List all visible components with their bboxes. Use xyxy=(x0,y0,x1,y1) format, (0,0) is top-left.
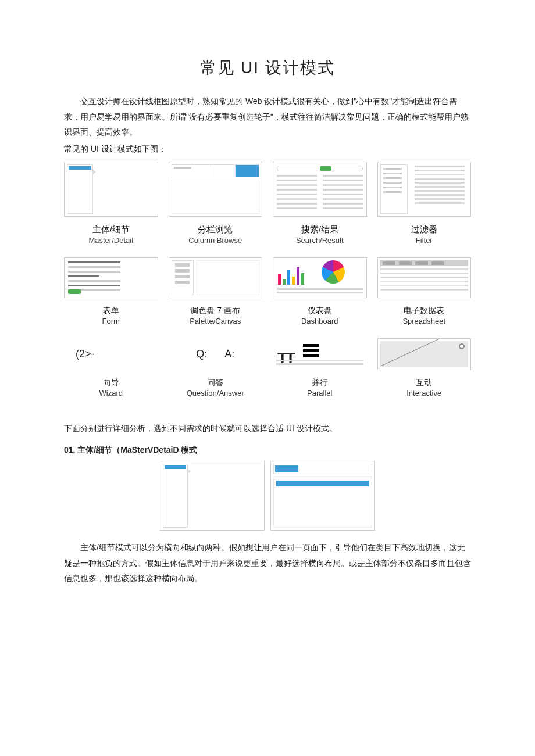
pattern-grid: 主体/细节 Master/Detail 分栏浏览 Column Browse 搜… xyxy=(64,162,471,407)
thumb-dashboard xyxy=(273,257,367,298)
intro-paragraph: 交互设计师在设计线框图原型时，熟知常见的 Web 设计模式很有关心，做到"心中有… xyxy=(64,94,471,140)
label-question-answer: 问答 Question/Answer xyxy=(169,374,263,407)
label-dashboard: 仪表盘 Dashboard xyxy=(273,302,367,335)
thumb-column-browse xyxy=(169,162,263,217)
thumb-master-detail xyxy=(64,162,158,217)
thumb-interactive xyxy=(377,338,472,370)
analysis-intro: 下面分别进行详细分析，遇到不同需求的时候就可以选择合适 UI 设计模式。 xyxy=(64,421,471,436)
section-01-figures xyxy=(64,461,471,531)
section-01-title: 01. 主体/细节（MaSterVDetaiD 模式 xyxy=(64,442,471,458)
label-search-result: 搜索/结果 Search/Result xyxy=(273,220,367,254)
fig-md-horizontal xyxy=(160,461,265,531)
thumb-wizard: (2>- xyxy=(64,338,158,370)
label-master-detail: 主体/细节 Master/Detail xyxy=(64,220,158,254)
label-column-browse: 分栏浏览 Column Browse xyxy=(169,220,263,254)
thumb-filter xyxy=(377,162,472,217)
q-label: Q: xyxy=(196,344,207,364)
wizard-glyph: (2>- xyxy=(76,344,95,364)
label-interactive: 互动 Interactive xyxy=(377,374,472,407)
label-palette-canvas: 调色盘 7 画布 Palette/Canvas xyxy=(169,302,263,335)
label-wizard: 向导 Wizard xyxy=(64,374,158,407)
thumb-spreadsheet xyxy=(377,257,472,298)
label-filter: 过滤器 Filter xyxy=(377,220,472,254)
label-form: 表单 Form xyxy=(64,302,158,335)
fig-md-vertical xyxy=(270,461,375,531)
thumb-palette-canvas xyxy=(169,257,263,298)
label-parallel: 并行 Parallel xyxy=(273,374,367,407)
thumb-form xyxy=(64,257,158,298)
a-label: A: xyxy=(224,344,234,364)
thumb-parallel: TT xyxy=(273,338,367,370)
thumb-question-answer: Q: A: xyxy=(169,338,263,370)
label-spreadsheet: 电子数据表 Spreadsheet xyxy=(377,302,472,335)
thumb-search-result xyxy=(273,162,367,217)
page-title: 常见 UI 设计模式 xyxy=(64,52,471,83)
section-01-body: 主体/细节模式可以分为横向和纵向两种。假如想让用户在同一页面下，引导他们在类目下… xyxy=(64,540,471,586)
sub-paragraph: 常见的 UI 设计模式如下图： xyxy=(64,141,471,157)
